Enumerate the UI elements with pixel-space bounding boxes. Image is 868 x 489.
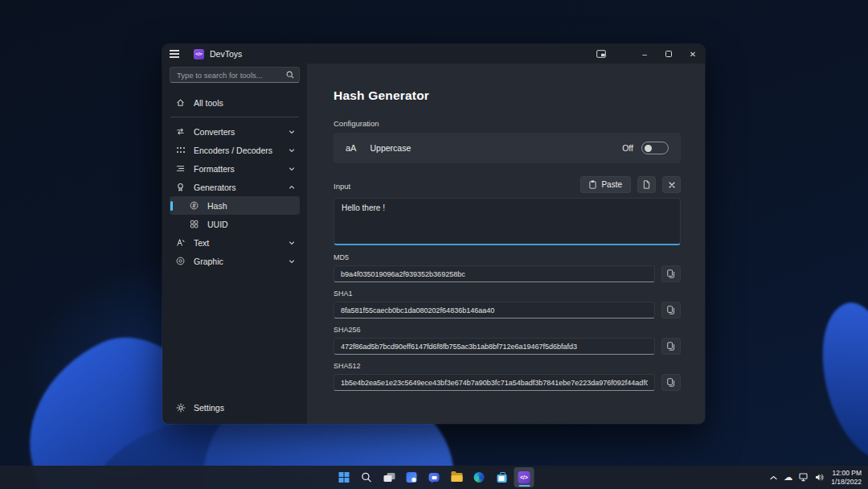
md5-label: MD5 — [334, 253, 681, 261]
devtoys-icon: </> — [518, 471, 530, 483]
clock-date: 1/18/2022 — [831, 478, 862, 486]
toggle-state-label: Off — [622, 143, 633, 153]
taskbar-clock[interactable]: 12:00 PM 1/18/2022 — [831, 469, 862, 485]
devtoys-logo-icon: </> — [194, 49, 204, 60]
sidebar-item-label: All tools — [194, 98, 295, 108]
sha512-output-field[interactable] — [334, 374, 655, 391]
copy-sha256-button[interactable] — [661, 338, 681, 355]
tray-chevron-up-button[interactable] — [770, 475, 777, 480]
home-icon — [175, 98, 186, 107]
copy-icon — [667, 342, 675, 351]
search-input[interactable] — [177, 71, 286, 80]
clipboard-icon — [589, 180, 596, 189]
search-box[interactable] — [170, 67, 300, 83]
edge-button[interactable] — [469, 467, 489, 487]
network-tray-button[interactable] — [799, 473, 809, 482]
clear-button[interactable] — [662, 176, 681, 193]
paste-button-label: Paste — [601, 180, 622, 189]
indent-lines-icon — [175, 164, 186, 173]
close-icon — [669, 182, 675, 188]
copy-sha1-button[interactable] — [661, 302, 681, 318]
sidebar-item-label: Text — [194, 238, 289, 248]
chat-icon — [429, 473, 440, 482]
chevron-down-icon — [289, 258, 295, 265]
sidebar-divider — [170, 117, 299, 117]
md5-output-field[interactable] — [334, 265, 655, 282]
sidebar-item-hash[interactable]: Hash — [170, 196, 300, 215]
volume-tray-button[interactable] — [815, 473, 825, 482]
compact-overlay-button[interactable] — [589, 44, 613, 64]
copy-icon — [667, 378, 675, 387]
chat-button[interactable] — [424, 467, 444, 487]
minimize-icon: – — [642, 50, 647, 59]
sidebar-item-generators[interactable]: Generators — [170, 178, 300, 196]
binary-icon — [175, 146, 186, 154]
sidebar-item-text[interactable]: Text — [170, 233, 300, 252]
devtoys-taskbar-button[interactable]: </> — [514, 467, 534, 487]
start-button[interactable] — [334, 467, 354, 487]
graphic-icon — [175, 257, 186, 265]
close-button[interactable]: ✕ — [681, 44, 705, 64]
sidebar-item-encoders-decoders[interactable]: Encoders / Decoders — [170, 141, 300, 159]
sha1-label: SHA1 — [334, 290, 681, 298]
task-view-button[interactable] — [379, 467, 399, 487]
paste-button[interactable]: Paste — [580, 176, 631, 193]
cloud-icon: ☁ — [784, 473, 792, 482]
hamburger-button[interactable] — [170, 47, 187, 61]
desktop-wallpaper: </> DevToys – ✕ — [0, 0, 868, 489]
sidebar-item-label: Formatters — [194, 164, 289, 174]
widgets-icon — [407, 472, 417, 483]
sha256-label: SHA256 — [334, 326, 681, 334]
input-label: Input — [334, 182, 350, 191]
chevron-up-icon — [770, 475, 777, 480]
sha256-output-field[interactable] — [334, 338, 655, 355]
sidebar-item-graphic[interactable]: Graphic — [170, 252, 300, 270]
title-bar[interactable]: </> DevToys – ✕ — [162, 44, 705, 64]
maximize-button[interactable] — [657, 44, 681, 64]
edge-icon — [474, 472, 485, 483]
search-icon — [362, 472, 372, 483]
certificate-icon — [175, 183, 186, 192]
uppercase-toggle[interactable] — [641, 142, 669, 154]
volume-icon — [815, 473, 825, 482]
close-icon: ✕ — [690, 50, 696, 59]
sidebar-item-settings[interactable]: Settings — [170, 398, 300, 417]
microsoft-store-button[interactable] — [492, 467, 512, 487]
sidebar-item-label: Encoders / Decoders — [194, 146, 289, 155]
gear-icon — [175, 403, 186, 413]
devtoys-window: </> DevToys – ✕ — [162, 44, 705, 424]
open-file-button[interactable] — [637, 176, 656, 193]
sidebar-item-all-tools[interactable]: All tools — [170, 93, 300, 112]
case-icon: aA — [346, 143, 356, 153]
minimize-button[interactable]: – — [633, 44, 657, 64]
sidebar-item-converters[interactable]: Converters — [170, 122, 300, 141]
chevron-up-icon — [289, 184, 295, 191]
onedrive-tray-button[interactable]: ☁ — [784, 473, 792, 482]
clock-time: 12:00 PM — [831, 469, 862, 477]
hash-icon — [189, 201, 199, 210]
sidebar-item-label: Hash — [207, 201, 295, 211]
sidebar-item-uuid[interactable]: UUID — [170, 215, 300, 233]
sidebar-item-label: Converters — [194, 127, 289, 137]
sidebar-item-label: Graphic — [194, 257, 289, 266]
chevron-down-icon — [289, 240, 295, 246]
input-textarea[interactable]: Hello there ! — [334, 198, 681, 245]
maximize-icon — [665, 51, 672, 57]
app-title: DevToys — [210, 49, 242, 59]
copy-md5-button[interactable] — [661, 265, 681, 282]
sidebar-item-label: UUID — [207, 220, 295, 229]
windows-start-icon — [339, 472, 350, 483]
text-tools-icon — [175, 238, 186, 247]
uppercase-setting-card: aA Uppercase Off — [334, 133, 681, 163]
widgets-button[interactable] — [402, 467, 422, 487]
file-explorer-button[interactable] — [447, 467, 467, 487]
taskbar-search-button[interactable] — [357, 467, 377, 487]
chevron-down-icon — [289, 129, 295, 135]
sidebar-item-formatters[interactable]: Formatters — [170, 159, 300, 178]
sha1-output-field[interactable] — [334, 302, 655, 318]
page-title: Hash Generator — [334, 88, 681, 103]
network-icon — [799, 473, 809, 482]
taskbar: </> ☁ 12:00 PM — [0, 466, 868, 489]
main-pane: Hash Generator Configuration aA Uppercas… — [307, 64, 705, 424]
copy-sha512-button[interactable] — [661, 374, 681, 391]
